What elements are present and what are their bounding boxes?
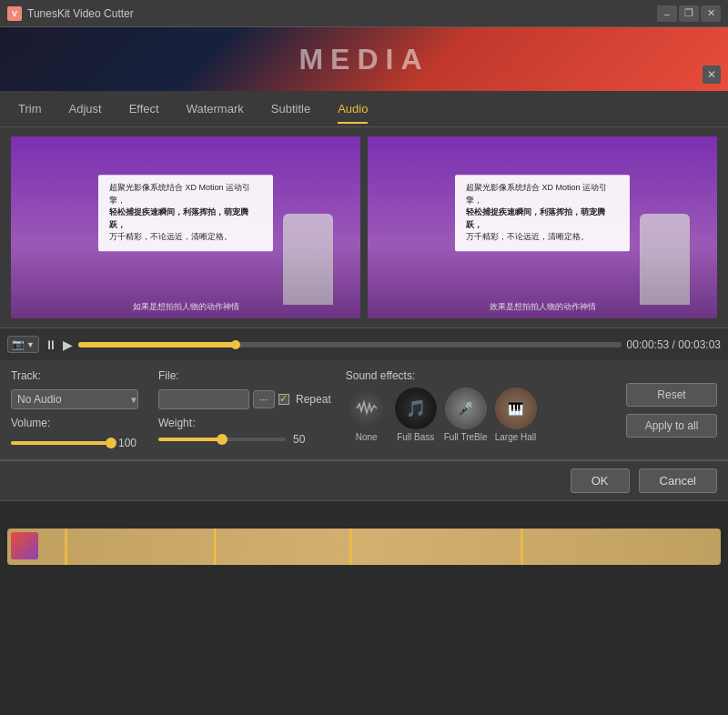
title-bar: V TunesKit Video Cutter – ❐ ✕: [0, 0, 728, 27]
tab-adjust[interactable]: Adjust: [69, 95, 102, 123]
preview-top-image: MEDIA: [0, 27, 728, 91]
effect-none-circle: [346, 388, 388, 429]
repeat-check-icon: [278, 394, 289, 405]
clip-thumbnail: [11, 532, 38, 559]
timeline-clip-icon: [11, 532, 38, 559]
audio-settings-panel: Track: No Audio Track 1 Track 2 ▼ Volume…: [0, 360, 728, 460]
reset-button[interactable]: Reset: [626, 383, 717, 407]
weight-fill: [158, 438, 222, 441]
weight-label: Weight:: [158, 417, 331, 429]
effect-none[interactable]: None: [346, 388, 388, 442]
effect-hall-label: Large Hall: [495, 432, 537, 442]
effect-largehall[interactable]: 🎹 Large Hall: [495, 388, 537, 442]
effect-hall-circle: 🎹: [495, 388, 537, 429]
video-panel-right: 超聚光影像系统结合 XD Motion 运动引擎， 轻松捕捉疾速瞬间，利落挥拍，…: [368, 136, 717, 318]
weight-thumb[interactable]: [217, 434, 228, 445]
play-button[interactable]: ▶: [63, 337, 73, 352]
minimize-button[interactable]: –: [657, 5, 677, 22]
volume-slider[interactable]: [11, 441, 111, 445]
video-caption-left: 如果是想拍拍人物的动作神情: [11, 301, 360, 313]
waveform-icon: [355, 397, 379, 420]
weight-slider[interactable]: [158, 438, 286, 441]
effect-bass-label: Full Bass: [397, 432, 434, 442]
main-video-area: 超聚光影像系统结合 XD Motion 运动引擎， 轻松捕捉疾速瞬间，利落挥拍，…: [0, 127, 728, 327]
repeat-checkbox[interactable]: Repeat: [278, 393, 331, 406]
tabs-bar: Trim Adjust Effect Watermark Subtitle Au…: [0, 91, 728, 127]
tab-watermark[interactable]: Watermark: [187, 95, 244, 123]
tab-effect[interactable]: Effect: [129, 95, 159, 123]
effect-bass-circle: 🎵: [395, 388, 437, 429]
timeline-playhead[interactable]: [214, 529, 216, 565]
track-label: Track:: [11, 369, 144, 382]
ok-button[interactable]: OK: [571, 468, 630, 493]
timeline-cut-marker-left[interactable]: [65, 529, 67, 565]
subtitle-card-left: 超聚光影像系统结合 XD Motion 运动引擎， 轻松捕捉疾速瞬间，利落挥拍，…: [98, 175, 273, 251]
action-col: Reset Apply to all: [626, 369, 717, 450]
repeat-label: Repeat: [296, 393, 331, 406]
weight-value: 50: [293, 433, 318, 446]
camera-dropdown-arrow: ▼: [26, 340, 35, 349]
effect-none-label: None: [356, 432, 378, 442]
pause-button[interactable]: ⏸: [45, 337, 57, 352]
camera-icon: 📷: [12, 338, 25, 350]
window-controls: – ❐ ✕: [657, 5, 721, 22]
subtitle-card-right: 超聚光影像系统结合 XD Motion 运动引擎， 轻松捕捉疾速瞬间，利落挥拍，…: [455, 175, 630, 251]
track-volume-col: Track: No Audio Track 1 Track 2 ▼ Volume…: [11, 369, 144, 450]
time-display: 00:00:53 / 00:03:03: [627, 338, 721, 351]
file-browse-button[interactable]: ···: [253, 390, 275, 408]
panel-close-button[interactable]: ✕: [703, 65, 721, 84]
volume-row: 100: [11, 437, 144, 449]
progress-fill: [78, 342, 236, 347]
volume-value: 100: [118, 437, 144, 449]
sound-effects-col: Sound effects: None 🎵 Full Bas: [346, 369, 612, 450]
effect-treble-circle: 🎤: [445, 388, 487, 429]
volume-label: Volume:: [11, 417, 144, 429]
track-select-wrapper[interactable]: No Audio Track 1 Track 2 ▼: [11, 389, 144, 409]
timeline-track[interactable]: [7, 529, 721, 565]
timeline-fill: [7, 529, 721, 565]
progress-bar[interactable]: [78, 342, 622, 347]
tab-audio[interactable]: Audio: [338, 95, 368, 123]
file-weight-col: File: ··· Repeat Weight: 50: [158, 369, 331, 450]
weight-row: Weight: 50: [158, 417, 331, 446]
close-button[interactable]: ✕: [701, 5, 721, 22]
progress-thumb[interactable]: [231, 340, 240, 349]
timeline-bar: [0, 500, 728, 591]
preview-strip: MEDIA: [0, 27, 728, 91]
camera-button[interactable]: 📷 ▼: [7, 336, 39, 353]
weight-slider-row: 50: [158, 433, 331, 446]
tab-trim[interactable]: Trim: [18, 95, 42, 123]
effect-fulltreble[interactable]: 🎤 Full TreBle: [444, 388, 488, 442]
maximize-button[interactable]: ❐: [679, 5, 699, 22]
playback-bar: 📷 ▼ ⏸ ▶ 00:00:53 / 00:03:03: [0, 327, 728, 360]
effect-fullbass[interactable]: 🎵 Full Bass: [395, 388, 437, 442]
effects-list: None 🎵 Full Bass 🎤 Full TreBle: [346, 388, 612, 442]
file-label: File:: [158, 369, 331, 382]
volume-fill: [11, 441, 111, 445]
ok-cancel-bar: OK Cancel: [0, 460, 728, 500]
app-icon: V: [7, 6, 22, 21]
timeline-cut-marker-far[interactable]: [521, 529, 523, 565]
file-row: ··· Repeat: [158, 389, 331, 409]
tab-subtitle[interactable]: Subtitle: [271, 95, 310, 123]
sound-effects-label: Sound effects:: [346, 369, 612, 382]
video-inner-right: 超聚光影像系统结合 XD Motion 运动引擎， 轻松捕捉疾速瞬间，利落挥拍，…: [368, 136, 717, 318]
video-panel-left: 超聚光影像系统结合 XD Motion 运动引擎， 轻松捕捉疾速瞬间，利落挥拍，…: [11, 136, 360, 318]
timeline-cut-marker-right[interactable]: [349, 529, 352, 565]
video-inner-left: 超聚光影像系统结合 XD Motion 运动引擎， 轻松捕捉疾速瞬间，利落挥拍，…: [11, 136, 360, 318]
file-input[interactable]: [158, 389, 249, 409]
app-title: TunesKit Video Cutter: [27, 7, 652, 20]
effect-treble-label: Full TreBle: [444, 432, 488, 442]
volume-thumb[interactable]: [106, 438, 116, 448]
track-select[interactable]: No Audio Track 1 Track 2: [11, 389, 138, 409]
video-caption-right: 效果是想拍拍人物的动作神情: [368, 301, 717, 313]
cancel-button[interactable]: Cancel: [639, 468, 717, 493]
apply-all-button[interactable]: Apply to all: [626, 414, 717, 438]
